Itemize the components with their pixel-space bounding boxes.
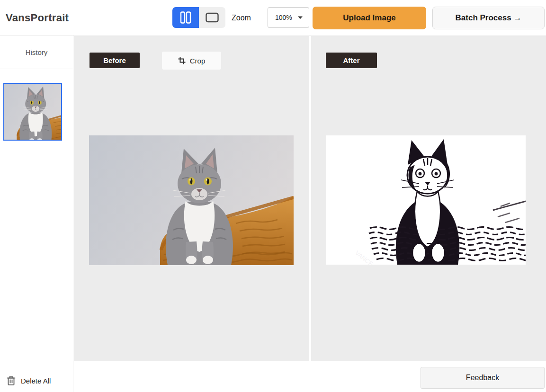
crop-button[interactable]: Crop — [162, 52, 221, 70]
batch-process-button[interactable]: Batch Process → — [432, 7, 545, 29]
history-title: History — [0, 36, 73, 56]
chevron-down-icon — [297, 16, 303, 19]
app-title: VansPortrait — [6, 0, 69, 36]
single-view-icon — [206, 12, 219, 23]
single-view-button[interactable] — [199, 7, 225, 28]
delete-all-button[interactable]: Delete All — [7, 376, 51, 386]
before-image — [89, 135, 294, 265]
zoom-dropdown[interactable]: 100% — [268, 7, 309, 28]
crop-label: Crop — [190, 57, 206, 65]
after-image: VANCE AI VANCE AI VANCE AI VANCE AI VANC… — [326, 135, 526, 265]
zoom-label: Zoom — [232, 0, 251, 36]
header-bar: VansPortrait Zoom 100% Upload Image Ba — [0, 0, 546, 36]
sidebar-divider — [0, 69, 73, 69]
compare-area: Before Crop After VANCE AI VANCE AI VANC… — [74, 36, 546, 361]
feedback-button[interactable]: Feedback — [421, 367, 545, 389]
trash-icon — [7, 376, 16, 386]
before-badge: Before — [90, 53, 140, 68]
thumbnail-image — [4, 84, 61, 140]
crop-icon — [178, 57, 186, 64]
history-thumbnail[interactable] — [3, 83, 62, 141]
history-sidebar: History Delete All — [0, 36, 73, 392]
split-view-button[interactable] — [172, 7, 199, 28]
upload-image-button[interactable]: Upload Image — [313, 7, 426, 29]
view-mode-toggle — [172, 7, 225, 28]
delete-all-label: Delete All — [21, 377, 51, 385]
footer-bar: Feedback — [74, 361, 546, 392]
zoom-value: 100% — [275, 14, 292, 21]
split-view-icon — [179, 11, 192, 24]
after-badge: After — [326, 53, 377, 68]
after-panel: After VANCE AI VANCE AI VANCE AI VANCE A… — [311, 36, 546, 361]
vansportrait-app: VansPortrait Zoom 100% Upload Image Ba — [0, 0, 546, 392]
before-panel: Before Crop — [74, 36, 309, 361]
